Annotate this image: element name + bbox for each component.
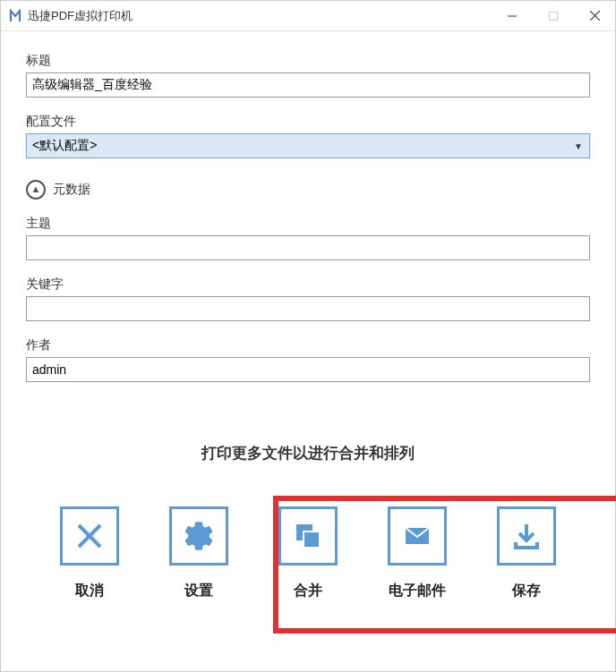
config-label: 配置文件 — [26, 114, 590, 130]
merge-button[interactable]: 合并 — [259, 506, 357, 600]
config-select[interactable] — [26, 133, 590, 158]
app-icon — [8, 9, 22, 23]
email-label: 电子邮件 — [389, 582, 446, 600]
author-label: 作者 — [26, 337, 590, 353]
keywords-label: 关键字 — [26, 276, 590, 293]
save-label: 保存 — [512, 582, 541, 600]
action-bar: 取消 设置 合并 — [26, 506, 590, 622]
keywords-field-group: 关键字 — [26, 276, 590, 321]
cancel-button[interactable]: 取消 — [40, 506, 139, 600]
window-controls — [492, 2, 615, 30]
chevron-up-icon: ▲ — [26, 180, 46, 200]
metadata-toggle[interactable]: ▲ 元数据 — [26, 180, 590, 200]
close-button[interactable] — [574, 2, 615, 30]
cancel-label: 取消 — [75, 582, 104, 600]
gear-icon — [169, 506, 228, 566]
minimize-button[interactable] — [492, 2, 533, 30]
subject-label: 主题 — [26, 216, 590, 232]
subject-field-group: 主题 — [26, 216, 590, 260]
author-input[interactable] — [26, 357, 590, 382]
svg-rect-1 — [550, 12, 558, 20]
maximize-icon — [549, 12, 558, 21]
keywords-input[interactable] — [26, 296, 590, 321]
settings-button[interactable]: 设置 — [150, 506, 248, 600]
config-field-group: 配置文件 ▼ — [26, 114, 590, 158]
settings-label: 设置 — [184, 582, 213, 600]
author-field-group: 作者 — [26, 337, 590, 382]
download-icon — [497, 506, 556, 566]
svg-rect-7 — [304, 532, 320, 548]
cancel-icon — [60, 506, 119, 566]
hint-text: 打印更多文件以进行合并和排列 — [26, 443, 590, 464]
title-input[interactable] — [26, 72, 590, 98]
config-select-wrap: ▼ — [26, 133, 590, 158]
content-area: 标题 配置文件 ▼ ▲ 元数据 主题 关键字 作者 — [1, 31, 615, 671]
app-window: 迅捷PDF虚拟打印机 标题 配置文件 ▼ — [0, 0, 616, 672]
window-title: 迅捷PDF虚拟打印机 — [28, 8, 492, 24]
title-label: 标题 — [26, 53, 590, 69]
titlebar: 迅捷PDF虚拟打印机 — [1, 1, 615, 31]
maximize-button[interactable] — [533, 2, 574, 30]
merge-icon — [278, 506, 338, 566]
close-icon — [590, 11, 600, 21]
email-icon — [388, 506, 447, 566]
merge-label: 合并 — [294, 582, 322, 600]
minimize-icon — [508, 12, 517, 21]
subject-input[interactable] — [26, 235, 590, 260]
save-button[interactable]: 保存 — [477, 506, 576, 600]
title-field-group: 标题 — [26, 53, 590, 98]
metadata-label: 元数据 — [53, 182, 90, 198]
email-button[interactable]: 电子邮件 — [368, 506, 466, 600]
